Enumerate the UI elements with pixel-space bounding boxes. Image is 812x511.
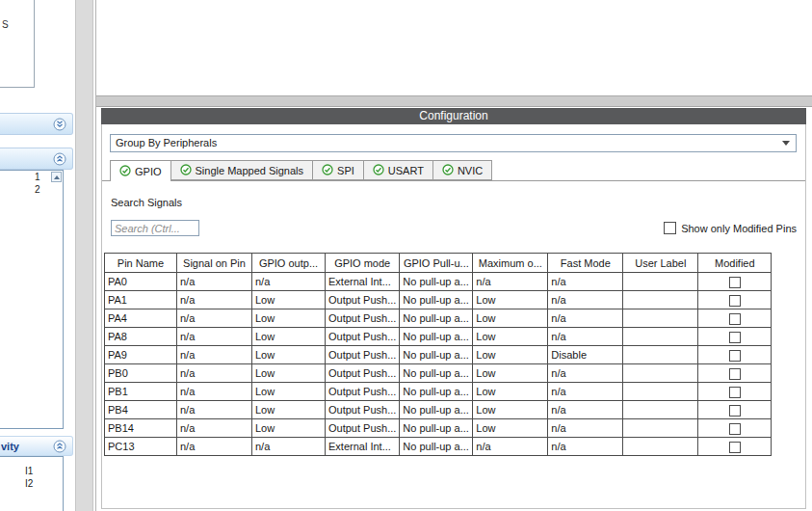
table-cell[interactable]: n/a <box>473 273 548 291</box>
group-by-dropdown[interactable]: Group By Peripherals <box>110 134 797 152</box>
modified-checkbox[interactable] <box>729 405 741 417</box>
table-cell[interactable]: Low <box>252 328 326 346</box>
table-cell[interactable]: No pull-up a... <box>400 364 473 383</box>
table-cell[interactable]: Output Push... <box>326 364 400 383</box>
table-cell[interactable]: No pull-up a... <box>400 383 473 401</box>
table-cell[interactable]: No pull-up a... <box>400 346 473 364</box>
modified-checkbox[interactable] <box>729 295 741 307</box>
table-cell[interactable]: n/a <box>177 401 252 419</box>
table-cell[interactable]: No pull-up a... <box>400 419 473 438</box>
modified-checkbox[interactable] <box>729 313 741 325</box>
table-cell[interactable]: Output Push... <box>326 291 400 309</box>
expand-double-chevron-down-icon[interactable] <box>53 118 66 131</box>
sidebar-list-item[interactable]: 2 <box>0 183 63 196</box>
sidebar-category-connectivity[interactable]: vity <box>0 436 73 456</box>
sidebar-list-item[interactable]: I2 <box>0 477 63 490</box>
modified-checkbox[interactable] <box>729 442 741 453</box>
table-cell[interactable]: n/a <box>548 273 623 291</box>
search-input[interactable] <box>111 220 199 236</box>
table-cell[interactable]: n/a <box>473 438 548 456</box>
table-cell[interactable] <box>623 364 698 383</box>
table-cell[interactable] <box>623 383 698 401</box>
table-cell[interactable]: n/a <box>548 364 623 383</box>
table-cell[interactable]: Low <box>473 328 548 346</box>
tab-nvic[interactable]: NVIC <box>433 160 492 180</box>
tab-single-mapped-signals[interactable]: Single Mapped Signals <box>171 160 314 180</box>
table-cell[interactable]: Low <box>473 383 548 401</box>
table-cell[interactable]: Output Push... <box>326 419 400 438</box>
table-cell[interactable]: n/a <box>548 419 623 438</box>
table-cell[interactable]: No pull-up a... <box>400 438 473 456</box>
table-cell[interactable]: PA8 <box>105 328 177 346</box>
table-cell[interactable]: No pull-up a... <box>400 401 473 419</box>
table-cell[interactable]: Low <box>252 291 326 309</box>
modified-checkbox[interactable] <box>729 332 741 343</box>
sidebar-collapsed-panel-2[interactable] <box>0 148 73 170</box>
table-cell[interactable]: n/a <box>177 273 252 291</box>
table-cell[interactable] <box>623 346 698 364</box>
table-cell[interactable]: PA9 <box>105 346 177 364</box>
table-cell[interactable]: n/a <box>548 401 623 419</box>
table-cell[interactable]: Disable <box>548 346 623 364</box>
table-cell[interactable]: n/a <box>548 328 623 346</box>
table-cell[interactable] <box>623 438 698 456</box>
modified-checkbox[interactable] <box>729 277 741 288</box>
table-cell[interactable]: Output Push... <box>326 309 400 328</box>
tab-gpio[interactable]: GPIO <box>110 160 171 181</box>
table-cell[interactable]: Low <box>252 364 326 383</box>
table-cell[interactable]: PA1 <box>105 291 177 309</box>
table-cell[interactable]: n/a <box>177 346 252 364</box>
table-cell[interactable]: Low <box>473 419 548 438</box>
table-cell[interactable]: No pull-up a... <box>400 328 473 346</box>
table-cell[interactable]: n/a <box>177 328 252 346</box>
table-cell[interactable]: PB0 <box>105 364 177 383</box>
table-cell[interactable]: n/a <box>252 438 326 456</box>
table-cell[interactable]: PB4 <box>105 401 177 419</box>
table-cell[interactable]: Low <box>252 419 326 438</box>
table-cell[interactable]: n/a <box>177 383 252 401</box>
table-cell[interactable]: n/a <box>548 438 623 456</box>
table-cell[interactable]: n/a <box>177 419 252 438</box>
modified-checkbox[interactable] <box>729 368 741 380</box>
table-cell[interactable]: PA0 <box>105 273 177 291</box>
table-cell[interactable]: Output Push... <box>326 401 400 419</box>
table-cell[interactable]: n/a <box>177 291 252 309</box>
table-cell[interactable]: n/a <box>548 291 623 309</box>
table-cell[interactable] <box>623 291 698 309</box>
table-cell[interactable]: n/a <box>548 309 623 328</box>
table-cell[interactable]: Low <box>473 291 548 309</box>
table-cell[interactable]: Output Push... <box>326 346 400 364</box>
table-cell[interactable]: Low <box>252 383 326 401</box>
table-cell[interactable]: n/a <box>177 364 252 383</box>
table-cell[interactable]: PC13 <box>105 438 177 456</box>
table-cell[interactable]: n/a <box>548 383 623 401</box>
table-cell[interactable]: Low <box>473 401 548 419</box>
collapse-double-chevron-up-icon[interactable] <box>53 440 66 453</box>
table-cell[interactable]: Low <box>473 309 548 328</box>
table-cell[interactable]: n/a <box>177 438 252 456</box>
table-cell[interactable]: No pull-up a... <box>400 309 473 328</box>
table-cell[interactable]: Low <box>473 364 548 383</box>
table-cell[interactable] <box>623 328 698 346</box>
table-cell[interactable]: Low <box>473 346 548 364</box>
table-cell[interactable]: n/a <box>252 273 326 291</box>
show-modified-checkbox[interactable] <box>664 222 676 234</box>
table-cell[interactable] <box>623 401 698 419</box>
sidebar-list-item[interactable]: I1 <box>0 465 63 477</box>
collapse-double-chevron-up-icon[interactable] <box>53 152 66 166</box>
tab-usart[interactable]: USART <box>364 160 433 180</box>
modified-checkbox[interactable] <box>729 350 741 362</box>
table-cell[interactable]: External Int... <box>326 273 400 291</box>
scrollbar-up-arrow-icon[interactable] <box>51 172 62 182</box>
table-cell[interactable]: PB1 <box>105 383 177 401</box>
modified-checkbox[interactable] <box>729 423 741 435</box>
table-cell[interactable]: Output Push... <box>326 383 400 401</box>
table-cell[interactable]: PA4 <box>105 309 177 328</box>
table-cell[interactable]: External Int... <box>326 438 400 456</box>
table-cell[interactable]: n/a <box>177 309 252 328</box>
horizontal-scrollbar-track[interactable] <box>96 95 812 107</box>
table-cell[interactable] <box>623 273 698 291</box>
vertical-scrollbar-track[interactable] <box>75 0 93 511</box>
tab-spi[interactable]: SPI <box>313 160 364 180</box>
table-cell[interactable]: Low <box>252 401 326 419</box>
